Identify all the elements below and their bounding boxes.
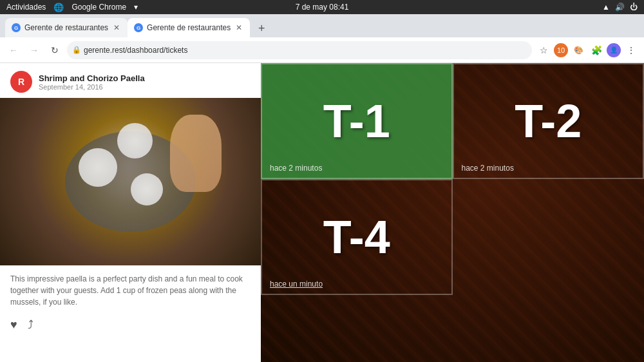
ticket-t1-time: hace 2 minutos — [270, 164, 322, 173]
main-content: R Shrimp and Chorizo Paella September 14… — [0, 63, 644, 362]
address-text: gerente.rest/dashboard/tickets — [84, 46, 527, 55]
ticket-t2-label: T-2 — [515, 95, 582, 148]
ticket-t4-label: T-4 — [323, 211, 390, 263]
dropdown-arrow: ▾ — [134, 3, 138, 12]
hand-overlay — [170, 115, 222, 192]
blog-header: R Shrimp and Chorizo Paella September 14… — [0, 63, 261, 98]
os-bar: Actividades 🌐 Google Chrome ▾ 7 de may 0… — [0, 0, 644, 14]
new-tab-button[interactable]: + — [252, 19, 270, 37]
blog-meta: Shrimp and Chorizo Paella September 14, … — [39, 73, 145, 91]
blog-post-description: This impressive paella is a perfect part… — [0, 265, 261, 313]
tab-title-1: Gerente de restaurantes — [24, 23, 108, 32]
toolbar-icons: ☆ 10 🎨 🧩 👤 ⋮ — [536, 43, 639, 58]
volume-icon: 🔊 — [615, 3, 625, 12]
tab-favicon-2: G — [134, 23, 143, 32]
tab-bar: G Gerente de restaurantes ✕ G Gerente de… — [0, 14, 644, 37]
bookmark-icon[interactable]: ☆ — [536, 43, 551, 58]
blog-card: R Shrimp and Chorizo Paella September 14… — [0, 63, 261, 362]
ticket-t4-time: hace un minuto — [270, 280, 323, 289]
blog-post-image — [0, 98, 261, 265]
activities-label[interactable]: Actividades — [6, 3, 46, 12]
address-bar: ← → ↻ 🔒 gerente.rest/dashboard/tickets ☆… — [0, 37, 644, 63]
color-icon[interactable]: 🎨 — [571, 43, 586, 58]
food-table-bg — [0, 98, 261, 265]
ticket-t2-time: hace 2 minutos — [462, 164, 514, 173]
blog-actions: ♥ ⤴ — [0, 313, 261, 337]
tab-title-2: Gerente de restaurantes — [147, 23, 231, 32]
plate-2 — [131, 173, 163, 205]
puzzle-icon[interactable]: 🧩 — [589, 43, 604, 58]
tab-2[interactable]: G Gerente de restaurantes ✕ — [128, 18, 250, 37]
like-button[interactable]: ♥ — [10, 318, 17, 332]
chrome-window: G Gerente de restaurantes ✕ G Gerente de… — [0, 14, 644, 362]
blog-post-title: Shrimp and Chorizo Paella — [39, 73, 145, 83]
blog-avatar: R — [10, 71, 32, 93]
ticket-t2[interactable]: T-2 hace 2 minutos — [453, 63, 645, 179]
account-icon[interactable]: 10 — [554, 43, 568, 57]
plate-3 — [117, 123, 153, 158]
os-bar-left: Actividades 🌐 Google Chrome ▾ — [6, 3, 138, 12]
tab-favicon-1: G — [12, 23, 21, 32]
browser-label[interactable]: Google Chrome — [71, 3, 126, 12]
os-datetime: 7 de may 08:41 — [296, 3, 349, 12]
tab-close-1[interactable]: ✕ — [112, 23, 121, 32]
ticket-t4[interactable]: T-4 hace un minuto — [261, 179, 453, 295]
wifi-icon: ▲ — [602, 3, 610, 12]
ticket-t1[interactable]: T-1 hace 2 minutos — [261, 63, 453, 179]
browser-favicon: 🌐 — [53, 3, 64, 12]
os-bar-right: ▲ 🔊 ⏻ — [602, 3, 638, 12]
tab-close-2[interactable]: ✕ — [234, 23, 243, 32]
back-button[interactable]: ← — [5, 42, 22, 59]
tab-1[interactable]: G Gerente de restaurantes ✕ — [5, 18, 128, 37]
forward-button[interactable]: → — [26, 42, 43, 59]
tickets-grid: T-1 hace 2 minutos T-2 hace 2 minutos T-… — [261, 63, 644, 295]
user-avatar[interactable]: 👤 — [607, 43, 621, 57]
lock-icon: 🔒 — [72, 46, 81, 54]
menu-icon[interactable]: ⋮ — [623, 43, 639, 58]
tickets-panel: T-1 hace 2 minutos T-2 hace 2 minutos T-… — [261, 63, 644, 362]
power-icon: ⏻ — [630, 3, 638, 12]
plate-1 — [79, 148, 117, 187]
refresh-button[interactable]: ↻ — [46, 42, 63, 59]
ticket-t1-label: T-1 — [323, 95, 390, 148]
address-input-wrapper[interactable]: 🔒 gerente.rest/dashboard/tickets — [67, 41, 532, 59]
blog-post-date: September 14, 2016 — [39, 83, 145, 91]
share-button[interactable]: ⤴ — [28, 318, 33, 332]
